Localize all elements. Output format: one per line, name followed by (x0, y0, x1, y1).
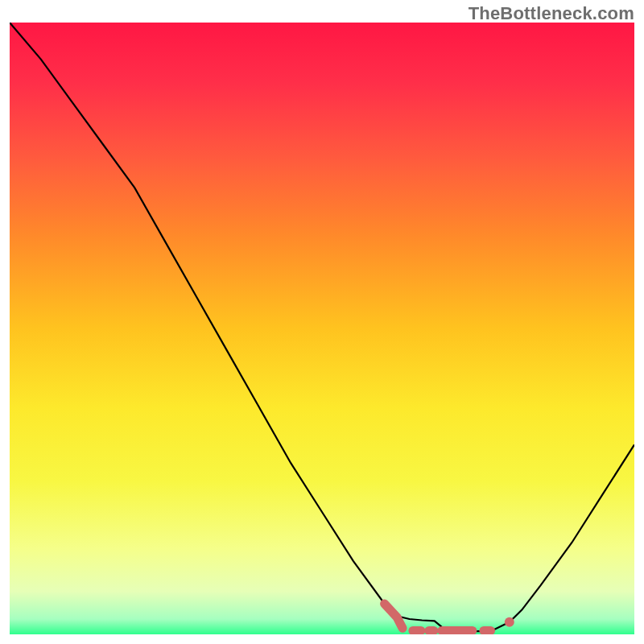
highlight-dot (505, 617, 514, 627)
watermark-text: TheBottleneck.com (469, 3, 634, 24)
plot-area (10, 23, 634, 634)
gradient-background (10, 23, 634, 634)
chart-svg (10, 23, 634, 634)
chart-container: TheBottleneck.com (0, 0, 644, 644)
